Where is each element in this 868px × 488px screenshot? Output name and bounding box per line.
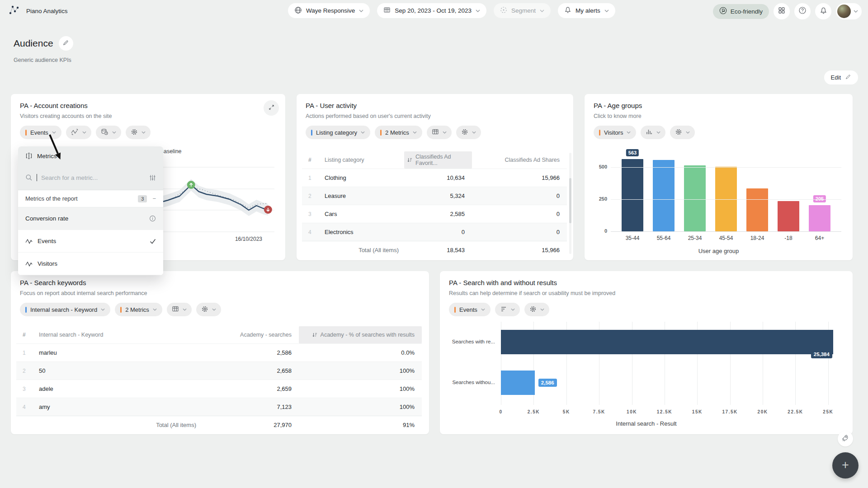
widget-settings[interactable] xyxy=(126,126,151,139)
metric-search[interactable] xyxy=(18,165,163,190)
metric-selector-pill[interactable]: Events xyxy=(449,303,491,316)
scrollbar[interactable] xyxy=(569,153,571,254)
cell: adele xyxy=(36,380,202,398)
edit-dashboard-button[interactable]: Edit xyxy=(824,70,858,84)
my-alerts-button[interactable]: My alerts xyxy=(558,3,615,18)
table-row[interactable]: 3adele2,659100% xyxy=(16,380,422,398)
help-button[interactable] xyxy=(794,3,811,19)
bar-64+[interactable]: 205 xyxy=(809,205,830,231)
sort-descending-icon[interactable] xyxy=(312,332,317,338)
cell: 0.0% xyxy=(299,344,422,361)
add-widget-button[interactable]: + xyxy=(832,452,859,479)
bar-18-24[interactable] xyxy=(746,188,768,231)
widget-title: PA - Age groups xyxy=(594,102,844,109)
quick-start-button[interactable] xyxy=(838,431,853,446)
column-header[interactable]: Academy - % of searches with results xyxy=(299,326,422,343)
notifications-button[interactable] xyxy=(815,3,831,19)
metric-color-bar xyxy=(380,130,382,136)
segment-picker[interactable]: Segment xyxy=(494,3,551,18)
chart-type-selector[interactable] xyxy=(495,303,520,316)
column-header[interactable]: Academy - searches xyxy=(202,326,299,343)
user-menu[interactable] xyxy=(836,3,862,19)
apps-grid-button[interactable] xyxy=(774,3,790,19)
table-row[interactable]: 1Clothing10,63415,966 xyxy=(302,169,567,187)
bell-icon xyxy=(564,6,571,15)
cell: 7,123 xyxy=(202,398,299,416)
widget-settings[interactable] xyxy=(670,126,695,139)
x-tick-label: 35-44 xyxy=(622,235,643,241)
chevron-down-icon xyxy=(212,308,216,311)
widget-title: PA - User activity xyxy=(306,102,564,109)
site-picker[interactable]: Waye Responsive xyxy=(288,3,370,18)
metric-search-input[interactable] xyxy=(41,174,145,181)
cell: 2 xyxy=(16,362,36,380)
data-source-selector[interactable] xyxy=(96,126,121,139)
table-row[interactable]: 3Cars2,5850 xyxy=(302,205,567,223)
rename-dashboard-button[interactable] xyxy=(59,36,73,51)
metrics-group-header[interactable]: Metrics of the report 3 − xyxy=(18,190,163,207)
bar-Searches withou...[interactable]: 2,586 xyxy=(501,371,535,395)
info-icon[interactable] xyxy=(149,215,156,222)
metric-option-events[interactable]: Events xyxy=(18,230,163,253)
column-header[interactable]: Classifieds Ad Favorit... xyxy=(404,151,472,169)
cell: 0 xyxy=(472,223,567,241)
cell xyxy=(302,241,322,259)
metrics-selector-pill[interactable]: 2 Metrics xyxy=(115,303,162,316)
chart-type-selector[interactable] xyxy=(641,126,665,139)
expand-widget-button[interactable] xyxy=(264,100,279,116)
rocket-icon xyxy=(842,434,849,444)
display-type-selector[interactable] xyxy=(167,303,192,316)
filter-sliders-icon[interactable] xyxy=(149,174,156,181)
piano-analytics-logo[interactable] xyxy=(8,4,20,18)
cell: 4 xyxy=(302,223,322,241)
down-annotation-badge[interactable] xyxy=(264,206,272,214)
metric-color-bar xyxy=(599,130,600,136)
metric-option-conversion-rate[interactable]: Conversion rate xyxy=(18,207,163,230)
metrics-selector-pill[interactable]: 2 Metrics xyxy=(375,126,422,139)
metric-color-bar xyxy=(120,307,122,313)
display-type-selector[interactable] xyxy=(427,126,452,139)
bar-25-34[interactable] xyxy=(684,165,706,231)
metric-option-visitors[interactable]: Visitors xyxy=(18,253,163,275)
widget-settings[interactable] xyxy=(456,126,481,139)
up-annotation-badge[interactable] xyxy=(187,181,195,189)
cell: Clothing xyxy=(322,169,404,187)
column-header[interactable]: Internal search - Keyword xyxy=(36,326,202,343)
table-row[interactable]: 4Electronics00 xyxy=(302,223,567,241)
table-row[interactable]: 1marleu2,5860.0% xyxy=(16,343,422,361)
metric-selector-pill[interactable]: Visitors xyxy=(594,126,636,139)
chevron-down-icon xyxy=(627,131,631,134)
chart-type-selector[interactable] xyxy=(66,126,91,139)
dimension-selector-pill[interactable]: Internal search - Keyword xyxy=(20,303,110,316)
eco-friendly-badge[interactable]: Eco-friendly xyxy=(713,4,769,19)
column-header: # xyxy=(16,326,36,343)
table-header-row: #Listing categoryClassifieds Ad Favorit.… xyxy=(302,151,567,169)
chevron-down-icon xyxy=(472,131,476,134)
bar-Searches with re...[interactable]: 25,384 xyxy=(501,330,833,354)
x-tick-label: 2.5K xyxy=(522,409,545,414)
calendar-icon xyxy=(383,6,391,15)
widget-settings[interactable] xyxy=(524,303,549,316)
cell: Cars xyxy=(322,205,404,223)
widget-subtitle: Actions performed based on user's curren… xyxy=(306,113,564,119)
widget-settings[interactable] xyxy=(196,303,221,316)
cell: 100% xyxy=(299,362,422,380)
sort-descending-icon[interactable] xyxy=(407,157,412,163)
scrollbar-thumb[interactable] xyxy=(569,178,571,223)
table-row[interactable]: 2Leasure5,3240 xyxy=(302,187,567,205)
cell: 0 xyxy=(404,223,472,241)
cell: 4 xyxy=(16,398,36,416)
table-row[interactable]: 2502,658100% xyxy=(16,361,422,380)
table-row[interactable]: 4amy7,123100% xyxy=(16,398,422,416)
chevron-down-icon xyxy=(153,308,157,311)
bar-35-44[interactable]: 563 xyxy=(622,159,643,231)
dimension-selector-pill[interactable]: Listing category xyxy=(306,126,370,139)
cell: 50 xyxy=(36,362,202,380)
collapse-icon[interactable]: − xyxy=(152,195,156,202)
bar-55-64[interactable] xyxy=(653,160,675,231)
bar--18[interactable] xyxy=(778,201,799,231)
metric-color-bar xyxy=(454,307,456,313)
column-header[interactable]: Classifieds Ad Shares xyxy=(472,151,567,169)
date-range-picker[interactable]: Sep 20, 2023 - Oct 19, 2023 xyxy=(377,3,486,18)
column-header[interactable]: Listing category xyxy=(322,151,404,169)
